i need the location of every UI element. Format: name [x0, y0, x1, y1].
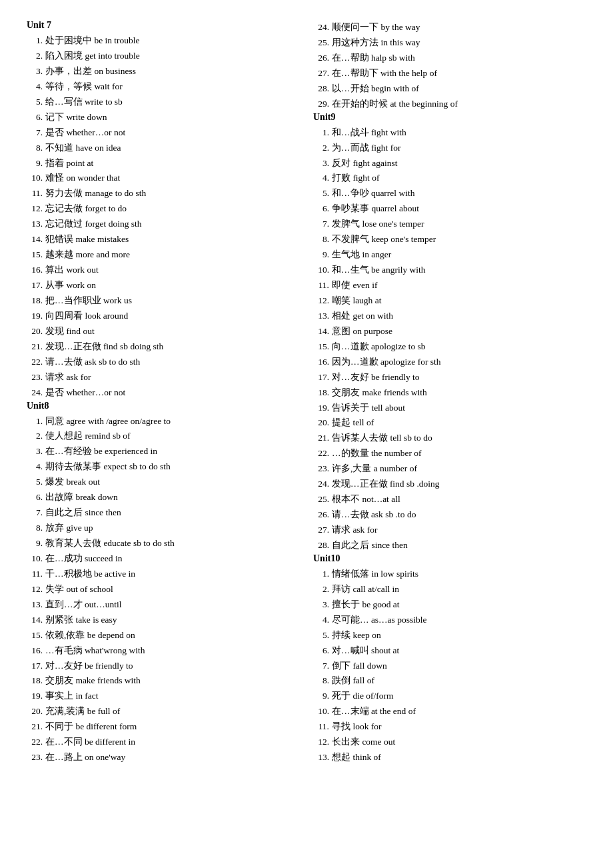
- item-text: 嘲笑 laugh at: [332, 293, 586, 309]
- item-text: 是否 whether…or not: [45, 385, 300, 401]
- list-item: 12.忘记去做 forget to do: [27, 201, 300, 217]
- item-text: 跌倒 fall of: [332, 673, 586, 689]
- item-text: 死于 die of/form: [332, 689, 586, 704]
- item-number: 28.: [313, 538, 332, 553]
- item-number: 15.: [313, 339, 332, 355]
- item-number: 25.: [313, 492, 332, 507]
- item-number: 7.: [313, 659, 332, 674]
- item-text: 根本不 not…at all: [332, 492, 586, 507]
- item-number: 4.: [27, 79, 45, 95]
- list-item: 14.意图 on purpose: [313, 324, 586, 339]
- item-text: 办事，出差 on business: [45, 64, 300, 79]
- item-number: 24.: [313, 477, 332, 492]
- list-item: 24.顺便问一下 by the way: [313, 20, 586, 35]
- list-item: 13.直到…才 out…until: [27, 597, 300, 613]
- list-item: 4.打败 fight of: [313, 171, 586, 186]
- item-text: 教育某人去做 educate sb to do sth: [45, 536, 300, 551]
- item-number: 18.: [27, 673, 45, 689]
- item-number: 1.: [27, 414, 45, 429]
- item-text: 和…生气 be angrily with: [332, 263, 586, 278]
- list-item: 19.告诉关于 tell about: [313, 401, 586, 416]
- item-text: 拜访 call at/call in: [332, 582, 586, 597]
- item-number: 18.: [313, 385, 332, 401]
- item-text: 用这种方法 in this way: [332, 35, 586, 51]
- item-text: 别紧张 take is easy: [45, 613, 300, 628]
- item-text: 在…帮助下 with the help of: [332, 66, 586, 81]
- item-number: 20.: [313, 415, 332, 431]
- item-text: 请求 ask for: [45, 370, 300, 385]
- item-number: 23.: [313, 461, 332, 477]
- unit-title: Unit 7: [27, 20, 300, 31]
- item-number: 11.: [313, 719, 332, 735]
- item-text: 爆发 break out: [45, 475, 300, 490]
- item-text: 把…当作职业 work us: [45, 293, 300, 309]
- item-text: 在开始的时候 at the beginning of: [332, 97, 586, 112]
- item-number: 5.: [27, 475, 45, 490]
- item-text: 请…去做 ask sb to do sth: [45, 355, 300, 370]
- item-number: 13.: [313, 309, 332, 324]
- list-item: 7.倒下 fall down: [313, 659, 586, 674]
- item-text: 向…道歉 apologize to sb: [332, 339, 586, 355]
- list-item: 3.在…有经验 be experienced in: [27, 444, 300, 459]
- list-item: 20.充满,装满 be full of: [27, 704, 300, 719]
- list-item: 1.处于困境中 be in trouble: [27, 33, 300, 49]
- item-number: 2.: [27, 49, 45, 64]
- item-text: 失学 out of school: [45, 582, 300, 597]
- item-text: 等待，等候 wait for: [45, 79, 300, 95]
- item-number: 14.: [27, 232, 45, 247]
- list-item: 27.请求 ask for: [313, 523, 586, 538]
- item-number: 17.: [27, 278, 45, 293]
- list-item: 8.跌倒 fall of: [313, 673, 586, 689]
- item-number: 19.: [313, 401, 332, 416]
- item-number: 22.: [313, 446, 332, 461]
- item-number: 24.: [313, 20, 332, 35]
- item-text: 对…友好 be friendly to: [45, 659, 300, 674]
- list-item: 26.请…去做 ask sb .to do: [313, 507, 586, 523]
- list-item: 11.努力去做 manage to do sth: [27, 186, 300, 201]
- item-number: 20.: [27, 704, 45, 719]
- item-text: 提起 tell of: [332, 415, 586, 431]
- list-item: 15.越来越 more and more: [27, 247, 300, 263]
- item-text: 在…末端 at the end of: [332, 704, 586, 719]
- item-number: 15.: [27, 628, 45, 643]
- list-item: 9.指着 point at: [27, 156, 300, 171]
- list-item: 1.情绪低落 in low spirits: [313, 567, 586, 582]
- list-item: 6.出故障 break down: [27, 490, 300, 505]
- item-text: 在…路上 on one'way: [45, 750, 300, 765]
- item-text: 许多,大量 a number of: [332, 461, 586, 477]
- item-number: 10.: [27, 171, 45, 186]
- item-number: 5.: [313, 186, 332, 201]
- item-number: 23.: [27, 370, 45, 385]
- item-number: 4.: [27, 459, 45, 475]
- item-number: 6.: [27, 110, 45, 125]
- item-number: 6.: [27, 490, 45, 505]
- item-text: 以…开始 begin with of: [332, 81, 586, 97]
- item-text: 发现…正在做 find sb doing sth: [45, 339, 300, 355]
- item-number: 23.: [27, 750, 45, 765]
- item-number: 14.: [27, 613, 45, 628]
- list-item: 2.陷入困境 get into trouble: [27, 49, 300, 64]
- item-text: 意图 on purpose: [332, 324, 586, 339]
- item-text: 出故障 break down: [45, 490, 300, 505]
- item-text: 越来越 more and more: [45, 247, 300, 263]
- item-text: 充满,装满 be full of: [45, 704, 300, 719]
- item-number: 5.: [27, 95, 45, 110]
- item-text: 指着 point at: [45, 156, 300, 171]
- item-number: 11.: [27, 567, 45, 582]
- list-item: 6.记下 write down: [27, 110, 300, 125]
- item-text: 放弃 give up: [45, 521, 300, 536]
- item-number: 18.: [27, 293, 45, 309]
- list-item: 24.是否 whether…or not: [27, 385, 300, 401]
- list-item: 6.对…喊叫 shout at: [313, 643, 586, 659]
- list-item: 11.即使 even if: [313, 278, 586, 293]
- item-text: 同意 agree with /agree on/agree to: [45, 414, 300, 429]
- list-item: 5.持续 keep on: [313, 628, 586, 643]
- item-text: 期待去做某事 expect sb to do sth: [45, 459, 300, 475]
- item-text: 在…帮助 halp sb with: [332, 51, 586, 66]
- item-text: 寻找 look for: [332, 719, 586, 735]
- item-text: 持续 keep on: [332, 628, 586, 643]
- item-text: 因为…道歉 apologize for sth: [332, 355, 586, 370]
- list-item: 3.擅长于 be good at: [313, 597, 586, 613]
- list-item: 12.长出来 come out: [313, 735, 586, 750]
- item-text: 对…友好 be friendly to: [332, 370, 586, 385]
